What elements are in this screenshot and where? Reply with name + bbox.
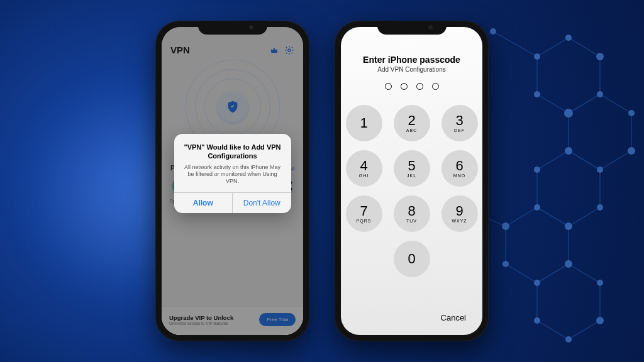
key-9[interactable]: 9WXYZ xyxy=(441,195,478,232)
numeric-keypad: 1 2ABC 3DEF 4GHI 5JKL 6MNO 7PQRS 8TUV 9W… xyxy=(341,105,482,277)
svg-point-6 xyxy=(534,91,540,97)
cancel-button[interactable]: Cancel xyxy=(441,313,466,322)
passcode-dots xyxy=(341,83,482,90)
svg-point-5 xyxy=(564,109,573,118)
svg-point-17 xyxy=(534,280,540,286)
svg-point-18 xyxy=(502,261,509,267)
passcode-title: Enter iPhone passcode xyxy=(341,55,482,65)
svg-point-4 xyxy=(597,91,603,97)
key-4[interactable]: 4GHI xyxy=(346,150,382,187)
svg-point-14 xyxy=(534,204,540,211)
dont-allow-button[interactable]: Don't Allow xyxy=(232,193,291,213)
passcode-subtitle: Add VPN Configurations xyxy=(341,66,482,73)
alert-message: All network activity on this iPhone May … xyxy=(182,164,284,185)
passcode-dot xyxy=(432,83,439,90)
svg-point-13 xyxy=(565,222,572,230)
notch xyxy=(198,21,267,35)
phone-vpn-app: VPN Tap to connect or disconnect Popular… xyxy=(155,21,309,341)
svg-point-20 xyxy=(597,280,603,286)
svg-point-24 xyxy=(490,28,496,35)
key-8[interactable]: 8TUV xyxy=(394,195,430,232)
svg-point-15 xyxy=(534,167,540,173)
svg-point-22 xyxy=(565,336,572,343)
svg-point-7 xyxy=(534,53,540,60)
svg-point-10 xyxy=(597,167,603,173)
svg-point-2 xyxy=(565,35,572,41)
svg-point-3 xyxy=(596,53,604,60)
key-6[interactable]: 6MNO xyxy=(441,150,478,187)
svg-point-19 xyxy=(502,222,509,230)
key-5[interactable]: 5JKL xyxy=(394,150,430,187)
vpn-config-alert: "VPN" Would like to Add VPN Configuratio… xyxy=(174,134,291,213)
svg-point-16 xyxy=(565,260,572,268)
svg-point-11 xyxy=(565,147,572,155)
svg-point-12 xyxy=(597,204,603,211)
alert-title: "VPN" Would like to Add VPN Configuratio… xyxy=(182,143,284,161)
svg-point-9 xyxy=(628,147,635,155)
notch xyxy=(377,21,447,35)
passcode-dot xyxy=(385,83,392,90)
phone-passcode: Enter iPhone passcode Add VPN Configurat… xyxy=(335,21,489,341)
allow-button[interactable]: Allow xyxy=(174,193,233,213)
svg-line-0 xyxy=(493,31,537,57)
key-3[interactable]: 3DEF xyxy=(441,105,478,141)
key-7[interactable]: 7PQRS xyxy=(346,195,382,232)
key-1[interactable]: 1 xyxy=(346,105,382,141)
svg-point-8 xyxy=(628,110,635,116)
key-2[interactable]: 2ABC xyxy=(394,105,430,141)
svg-point-21 xyxy=(596,317,604,324)
svg-point-23 xyxy=(534,317,540,324)
key-0[interactable]: 0 xyxy=(394,241,430,277)
passcode-dot xyxy=(401,83,408,90)
passcode-dot xyxy=(416,83,423,90)
